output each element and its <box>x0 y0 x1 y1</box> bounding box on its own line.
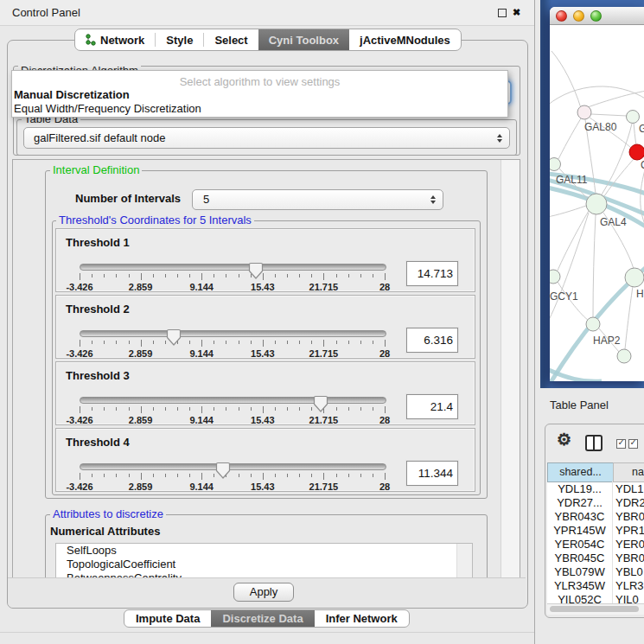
tick-label: 9.144 <box>175 282 227 292</box>
numerical-attributes-label: Numerical Attributes <box>50 525 160 538</box>
tick <box>129 474 130 477</box>
tick-label: 2.859 <box>115 348 167 359</box>
network-node[interactable] <box>629 144 644 160</box>
tick <box>165 474 166 477</box>
threshold-value-field[interactable]: 11.344 <box>406 461 458 486</box>
tick-label: 15.43 <box>237 348 289 359</box>
threshold-slider-track[interactable] <box>80 397 386 404</box>
network-node[interactable] <box>577 105 591 119</box>
cell-shared-name: YDL19... <box>547 482 612 496</box>
attribute-list-item[interactable]: TopologicalCoefficient <box>56 558 472 571</box>
network-node[interactable] <box>617 349 631 363</box>
threshold-slider-thumb[interactable] <box>313 395 328 413</box>
threshold-slider-thumb[interactable] <box>248 262 264 280</box>
list-scrollbar[interactable] <box>456 544 472 578</box>
tick <box>348 341 349 344</box>
tick <box>80 340 80 347</box>
table-row[interactable]: YLR345WYLR3 <box>547 579 644 593</box>
window-minimize-icon[interactable] <box>573 10 584 22</box>
window-zoom-icon[interactable] <box>590 10 602 22</box>
tick <box>336 341 337 344</box>
tick-label: -3.426 <box>54 415 105 425</box>
column-header-shared-name[interactable]: shared... <box>547 462 614 482</box>
network-node[interactable] <box>586 194 607 214</box>
table-row[interactable]: YIL052CYIL0 <box>547 593 644 603</box>
tick-label: -3.426 <box>54 348 105 359</box>
threshold-slider-thumb[interactable] <box>166 328 182 347</box>
window-close-icon[interactable] <box>556 10 567 22</box>
network-view-window[interactable]: GAL80GACGAL11GAL4GCY1HHAP2 <box>550 7 644 381</box>
network-node[interactable] <box>625 268 644 287</box>
number-of-intervals-label: Number of Intervals <box>75 192 181 205</box>
threshold-value-field[interactable]: 14.713 <box>406 261 458 286</box>
threshold-label: Threshold 3 <box>66 369 130 382</box>
bottom-tab-discretize-data[interactable]: Discretize Data <box>211 610 314 627</box>
table-row[interactable]: YPR145WYPR1 <box>547 524 644 538</box>
attribute-list-item[interactable]: SelfLoops <box>56 544 472 558</box>
tab-jactivemnodules[interactable]: jActiveMNodules <box>349 29 461 50</box>
checkbox-icon[interactable] <box>616 439 626 449</box>
table-row[interactable]: YBR043CYBR0 <box>547 510 644 524</box>
tab-network[interactable]: Network <box>75 29 155 50</box>
network-node[interactable] <box>550 158 561 171</box>
tick <box>373 474 373 477</box>
horizontal-scrollbar-thumb[interactable] <box>550 606 639 612</box>
tick <box>153 407 154 411</box>
network-canvas[interactable]: GAL80GACGAL11GAL4GCY1HHAP2 <box>550 25 644 381</box>
apply-button[interactable]: Apply <box>233 583 294 602</box>
column-header-name[interactable]: nam <box>613 462 644 482</box>
popup-item-manual-discretization[interactable]: Manual Discretization <box>14 88 130 101</box>
tick-label: 9.144 <box>175 348 227 359</box>
tick <box>239 274 239 277</box>
threshold-slider-track[interactable] <box>80 463 386 470</box>
bottom-tab-infer-network[interactable]: Infer Network <box>315 610 409 627</box>
horizontal-scrollbar[interactable] <box>547 603 644 615</box>
threshold-slider-track[interactable] <box>80 330 386 337</box>
table-row[interactable]: YDL19...YDL1 <box>547 482 644 496</box>
network-node[interactable] <box>627 111 640 124</box>
threshold-value-field[interactable]: 21.4 <box>406 394 458 419</box>
checkbox-icon[interactable] <box>628 439 638 449</box>
popup-item-equal-width-frequency[interactable]: Equal Width/Frequency Discretization <box>14 102 201 115</box>
cell-shared-name: YLR345W <box>547 579 612 593</box>
threshold-value-field[interactable]: 6.316 <box>406 328 458 353</box>
panel-splitter[interactable] <box>534 0 535 644</box>
tick <box>251 407 252 411</box>
tick-label: 2.859 <box>115 481 167 492</box>
tick <box>116 341 117 344</box>
tick <box>92 474 92 477</box>
threshold-panel-3: Threshold 3-3.4262.8599.14415.4321.71528… <box>55 361 475 425</box>
float-window-icon[interactable] <box>498 9 507 17</box>
tab-select[interactable]: Select <box>204 29 258 50</box>
tab-style[interactable]: Style <box>156 29 203 50</box>
control-panel-title: Control Panel <box>12 6 80 19</box>
column-layout-icon[interactable] <box>585 435 603 451</box>
tick <box>153 474 154 477</box>
tick <box>385 406 386 413</box>
tick <box>275 341 276 344</box>
tab-cyni-toolbox[interactable]: Cyni Toolbox <box>258 29 349 50</box>
table-row[interactable]: YBR045CYBR0 <box>547 552 644 565</box>
tick-label: -3.426 <box>54 481 105 492</box>
vertical-scrollbar[interactable] <box>501 160 520 577</box>
numerical-attributes-list[interactable]: SelfLoopsTopologicalCoefficientBetweenne… <box>55 543 473 578</box>
network-window-titlebar[interactable] <box>550 7 644 25</box>
table-row[interactable]: YDR27...YDR2 <box>547 496 644 510</box>
tick-label: 21.715 <box>297 415 349 425</box>
tick-label: 21.715 <box>297 348 349 359</box>
threshold-slider-track[interactable] <box>80 264 386 271</box>
table-row[interactable]: YER054CYER0 <box>547 538 644 552</box>
node-label: GA <box>639 123 644 135</box>
tick <box>311 341 312 344</box>
network-node[interactable] <box>586 317 600 331</box>
close-icon[interactable]: ✖ <box>513 7 520 18</box>
table-data-combobox[interactable]: galFiltered.sif default node <box>23 127 510 149</box>
number-of-intervals-spinner[interactable]: 5 <box>192 189 443 210</box>
tick-label: 21.715 <box>297 481 349 492</box>
table-row[interactable]: YBL079WYBL0 <box>547 565 644 579</box>
threshold-slider-thumb[interactable] <box>215 462 231 480</box>
network-node[interactable] <box>550 270 560 284</box>
tick <box>239 474 239 477</box>
gear-icon[interactable]: ⚙ <box>557 431 571 448</box>
bottom-tab-impute-data[interactable]: Impute Data <box>124 610 211 627</box>
